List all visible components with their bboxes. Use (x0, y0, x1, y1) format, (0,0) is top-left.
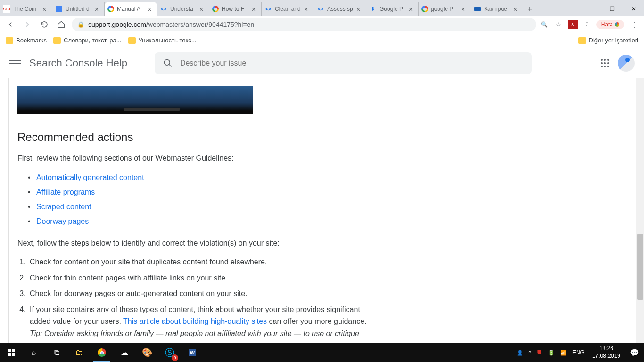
search-box[interactable] (155, 52, 532, 74)
svg-rect-1 (8, 349, 11, 352)
tab-2[interactable]: Manual A× (105, 2, 157, 16)
step-4-tip: Tip: Consider asking friends or family —… (30, 329, 359, 343)
close-icon[interactable]: × (409, 6, 415, 12)
close-icon[interactable]: × (252, 6, 258, 12)
lock-icon: 🔒 (77, 21, 84, 28)
link-quality-sites[interactable]: This article about building high-quality… (123, 317, 267, 325)
browser-menu[interactable]: ⋮ (629, 20, 640, 29)
home-button[interactable] (55, 18, 68, 31)
step-1: Check for content on your site that dupl… (28, 256, 376, 268)
start-button[interactable] (0, 343, 23, 362)
notifications-icon[interactable]: 💬 (625, 348, 644, 357)
page-header: Search Console Help (0, 48, 644, 78)
step-2: Check for thin content pages with affili… (28, 272, 376, 284)
tab-1[interactable]: Untitled d× (52, 2, 105, 16)
apps-icon[interactable] (601, 59, 609, 67)
wifi-icon[interactable]: 📶 (557, 350, 570, 356)
browser-tabs: SEJThe Com× Untitled d× Manual A× <>Unde… (0, 0, 580, 16)
tab-8[interactable]: google P× (419, 2, 471, 16)
chrome-button[interactable] (91, 343, 113, 362)
link-doorway[interactable]: Doorway pages (36, 217, 89, 225)
new-tab-button[interactable]: + (523, 3, 537, 16)
extension-icon[interactable]: ⤴ (582, 20, 592, 29)
reload-button[interactable] (38, 18, 51, 31)
svg-point-0 (164, 59, 170, 65)
step-3: Check for doorway pages or auto-generate… (28, 288, 376, 300)
minimize-button[interactable]: — (580, 2, 602, 16)
task-view-button[interactable]: ⧉ (45, 343, 68, 362)
word-button[interactable]: W (181, 343, 204, 362)
tray-chevron[interactable]: ^ (526, 350, 534, 355)
url-bar: 🔒 support.google.com/webmasters/answer/9… (0, 16, 644, 33)
folder-icon (128, 37, 136, 44)
next-text: Next, follow the steps below to identify… (17, 237, 376, 249)
folder-icon (578, 37, 586, 44)
bookmark-0[interactable]: Bookmarks (6, 37, 47, 44)
error-chip[interactable]: Hata (596, 20, 624, 29)
close-icon[interactable]: × (513, 6, 520, 12)
close-icon[interactable]: × (356, 6, 363, 12)
content-area: Recommended actions First, review the fo… (0, 78, 644, 343)
skype-button[interactable]: Ⓢ9 (158, 343, 181, 362)
forward-button[interactable] (21, 18, 34, 31)
section-heading: Recommended actions (17, 131, 376, 144)
url-input[interactable]: 🔒 support.google.com/webmasters/answer/9… (72, 18, 536, 31)
step-4: If your site contains any of these types… (28, 304, 376, 343)
close-icon[interactable]: × (199, 6, 206, 12)
menu-icon[interactable] (9, 58, 21, 68)
guideline-links: Automatically generated content Affiliat… (28, 170, 376, 229)
clock[interactable]: 18:2617.08.2019 (587, 345, 625, 360)
security-icon[interactable]: ⛊ (534, 350, 545, 355)
tab-7[interactable]: ⬇Google P× (366, 2, 419, 16)
link-scraped[interactable]: Scraped content (36, 203, 91, 211)
close-icon[interactable]: × (95, 6, 101, 12)
paint-button[interactable]: 🎨 (136, 343, 158, 362)
bookmark-1[interactable]: Словари, текст, ра... (53, 37, 121, 44)
steps-list: Check for content on your site that dupl… (28, 256, 376, 343)
close-button[interactable]: ✕ (623, 2, 644, 16)
search-button[interactable]: ⌕ (23, 343, 45, 362)
link-auto-content[interactable]: Automatically generated content (36, 173, 144, 181)
pdf-icon[interactable]: λ (568, 20, 578, 29)
tab-6[interactable]: <>Assess sp× (314, 2, 366, 16)
soundcloud-button[interactable]: ☁ (113, 343, 136, 362)
close-icon[interactable]: × (461, 6, 468, 12)
back-button[interactable] (4, 18, 17, 31)
svg-rect-2 (12, 349, 15, 352)
bookmarks-bar: Bookmarks Словари, текст, ра... Уникальн… (0, 33, 644, 48)
battery-icon[interactable]: 🔋 (545, 350, 557, 356)
window-controls: — ❐ ✕ (580, 2, 644, 16)
link-affiliate[interactable]: Affiliate programs (36, 188, 95, 196)
star-icon[interactable]: ☆ (554, 20, 563, 29)
tab-4[interactable]: How to F× (209, 2, 262, 16)
tab-0[interactable]: SEJThe Com× (0, 2, 52, 16)
explorer-button[interactable]: 🗂 (68, 343, 91, 362)
intro-text: First, review the following sections of … (17, 152, 376, 165)
tab-3[interactable]: <>Understa× (157, 2, 209, 16)
brand-title: Search Console Help (29, 57, 127, 69)
maximize-button[interactable]: ❐ (602, 2, 623, 16)
people-icon[interactable]: 👤 (514, 350, 526, 356)
video-thumbnail[interactable] (17, 86, 253, 114)
bookmark-2[interactable]: Уникальность текс... (128, 37, 197, 44)
scrollbar[interactable] (636, 78, 644, 343)
zoom-icon[interactable]: 🔍 (540, 20, 549, 29)
search-icon (163, 58, 173, 68)
folder-icon (6, 37, 13, 44)
close-icon[interactable]: × (304, 6, 311, 12)
search-input[interactable] (180, 59, 523, 67)
close-icon[interactable]: × (42, 6, 49, 12)
close-icon[interactable]: × (148, 6, 154, 12)
tab-9[interactable]: Как прое× (471, 2, 523, 16)
svg-rect-4 (12, 353, 15, 356)
svg-rect-3 (8, 353, 11, 356)
other-bookmarks[interactable]: Diğer yer işaretleri (578, 37, 638, 44)
browser-titlebar: SEJThe Com× Untitled d× Manual A× <>Unde… (0, 0, 644, 16)
language-indicator[interactable]: ENG (570, 349, 587, 356)
tab-5[interactable]: <>Clean and× (262, 2, 314, 16)
avatar[interactable] (618, 55, 635, 72)
scroll-thumb[interactable] (637, 234, 643, 300)
folder-icon (53, 37, 61, 44)
taskbar: ⌕ ⧉ 🗂 ☁ 🎨 Ⓢ9 W 👤 ^ ⛊ 🔋 📶 ENG 18:2617.08.… (0, 343, 644, 362)
